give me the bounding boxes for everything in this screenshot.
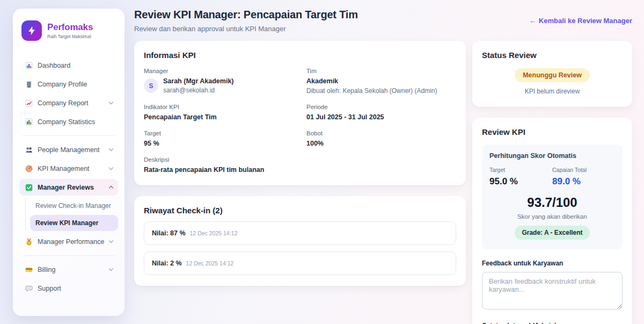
field-label: Bobot [306,130,456,136]
target-label: Target [489,167,552,173]
people-icon [25,146,33,154]
manager-email: sarah@sekolah.id [163,87,234,94]
capaian-label: Capaian Total [552,167,615,173]
chevron-down-icon [109,267,113,271]
grade-badge: Grade: A - Excellent [515,226,589,240]
field-label: Tim [306,68,456,74]
check-mark-icon [25,183,33,191]
chevron-down-icon [109,147,113,151]
field-target: Target 95 % [144,130,294,147]
sidebar-item-label: Company Profile [38,81,87,88]
target-value: 95.0 % [489,176,552,187]
field-label: Target [144,130,294,136]
chart-increasing-icon [25,99,33,107]
page-subtitle: Review dan berikan approval untuk KPI Ma… [134,25,358,33]
card-title: Riwayat Check-in (2) [144,206,456,215]
speech-balloon-icon [25,284,33,292]
sidebar-divider [23,255,115,256]
field-label: Manager [144,68,294,74]
sidebar-item-people-management[interactable]: People Management [19,141,118,158]
sidebar-item-company-statistics[interactable]: Company Statistics [19,113,118,130]
field-label: Periode [306,104,456,110]
checkin-entry: Nilai: 2 % 12 Dec 2025 14:12 [144,251,456,275]
status-badge: Menunggu Review [515,68,590,82]
sidebar-item-label: Support [38,285,61,292]
back-to-review-manager-link[interactable]: ← Kembali ke Review Manager [529,17,632,25]
back-link-label: Kembali ke Review Manager [539,17,632,25]
field-periode: Periode 01 Jul 2025 - 31 Jul 2025 [306,104,456,121]
informasi-kpi-card: Informasi KPI Manager S Sarah (Mgr Akade… [134,41,466,185]
sidebar-item-kpi-management[interactable]: KPI Management [19,160,118,177]
credit-card-icon [25,265,33,273]
bar-chart-icon [25,118,33,126]
status-note: KPI belum direview [525,88,580,95]
auto-score-box: Perhitungan Skor Otomatis Target 95.0 % … [482,145,623,249]
sidebar-item-label: Manager Reviews [38,184,94,191]
field-indikator: Indikator KPI Pencapaian Target Tim [144,104,294,121]
target-icon [25,164,33,172]
manager-reviews-submenu: Review Check-in Manager Review KPI Manag… [25,198,118,231]
tim-value: Akademik [306,77,456,85]
bobot-value: 100% [306,140,456,147]
perfomaks-logo-icon [21,20,42,41]
sidebar-item-dashboard[interactable]: Dashboard [19,57,118,74]
card-title: Informasi KPI [144,51,456,60]
sidebar-item-label: KPI Management [38,165,90,172]
arrow-left-icon: ← [529,17,536,25]
sidebar-item-label: Billing [38,266,55,273]
app-page: Perfomaks Raih Target Maksimal Dashboard… [0,0,644,324]
card-title: Status Review [482,51,623,60]
status-review-card: Status Review Menunggu Review KPI belum … [472,41,632,107]
avatar: S [144,78,158,93]
chevron-up-icon [109,186,113,190]
sidebar-item-billing[interactable]: Billing [19,261,118,278]
brand-block: Perfomaks Raih Target Maksimal [13,9,125,48]
sidebar-subitem-label: Review KPI Manager [35,219,98,227]
field-bobot: Bobot 100% [306,130,456,147]
catatan-internal-label: Catatan Internal (Admin) [482,322,623,324]
sidebar-subitem-review-checkin-manager[interactable]: Review Check-in Manager [30,198,118,214]
sidebar-subitem-label: Review Check-in Manager [35,202,111,210]
checkin-value: Nilai: 87 % [152,229,186,237]
periode-value: 01 Jul 2025 - 31 Jul 2025 [306,113,456,121]
sidebar-item-manager-reviews[interactable]: Manager Reviews [19,179,118,196]
bar-chart-icon [25,61,33,69]
chevron-down-icon [109,100,113,104]
capaian-value: 89.0 % [552,176,615,187]
sidebar-item-company-profile[interactable]: Company Profile [19,76,118,92]
checkin-timestamp: 12 Dec 2025 14:12 [190,230,238,236]
indikator-value: Pencapaian Target Tim [144,113,294,121]
chevron-down-icon [109,165,113,170]
sidebar-nav: Dashboard Company Profile Company Report… [13,48,125,297]
sidebar-item-manager-performance[interactable]: Manager Performance [19,233,118,250]
target-value: 95 % [144,140,294,147]
sidebar-item-label: Dashboard [38,62,70,69]
office-building-icon [25,80,33,88]
tim-note: Dibuat oleh: Kepala Sekolah (Owner) (Adm… [306,87,456,95]
brand-name: Perfomaks [47,22,93,33]
sidebar-item-label: Company Report [38,99,89,107]
feedback-textarea[interactable] [482,272,623,309]
sidebar-item-company-report[interactable]: Company Report [19,95,118,111]
checkin-timestamp: 12 Dec 2025 14:12 [186,260,234,267]
brand-tagline: Raih Target Maksimal [47,34,93,39]
sidebar-item-support[interactable]: Support [19,280,118,297]
page-header: Review KPI Manager: Pencapaian Target Ti… [134,0,632,33]
sidebar-item-label: People Management [38,146,99,154]
page-title: Review KPI Manager: Pencapaian Target Ti… [134,9,358,21]
manager-name: Sarah (Mgr Akademik) [163,77,234,85]
card-title: Review KPI [482,127,623,136]
checkin-value: Nilai: 2 % [152,260,182,267]
riwayat-checkin-card: Riwayat Check-in (2) Nilai: 87 % 12 Dec … [134,196,466,286]
sidebar-divider [23,135,115,136]
sidebar: Perfomaks Raih Target Maksimal Dashboard… [13,9,125,316]
checkin-entry: Nilai: 87 % 12 Dec 2025 14:12 [144,221,456,245]
score-box-title: Perhitungan Skor Otomatis [489,152,615,160]
field-manager: Manager S Sarah (Mgr Akademik) sarah@sek… [144,68,294,95]
score-caption: Skor yang akan diberikan [489,213,615,220]
field-label: Deskripsi [144,156,294,163]
feedback-label: Feedback untuk Karyawan [482,260,623,267]
score-value: 93.7/100 [489,195,615,210]
sidebar-subitem-review-kpi-manager[interactable]: Review KPI Manager [30,215,118,231]
chevron-down-icon [109,239,113,243]
